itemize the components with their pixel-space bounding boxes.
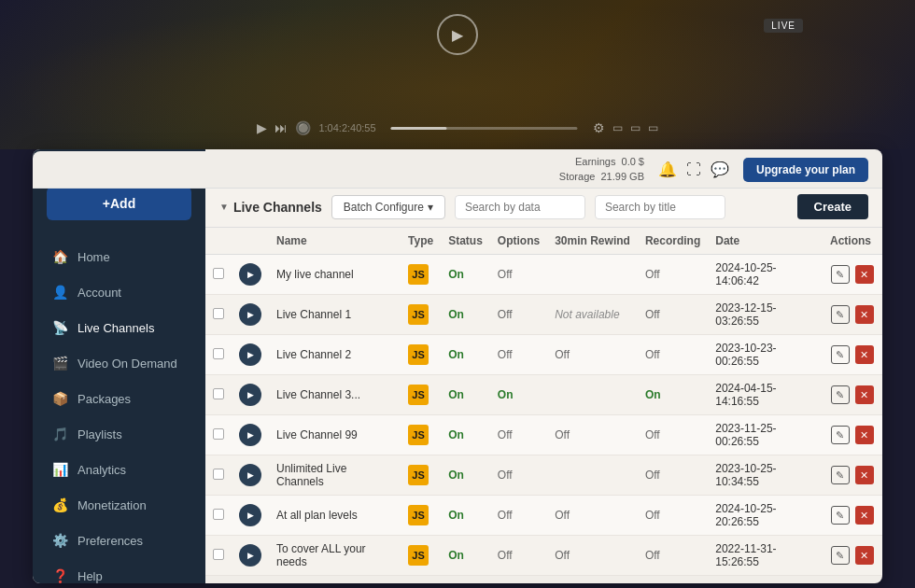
cell-actions: ✎ ✕ — [823, 415, 882, 455]
cell-date: 2024-10-25-20:26:55 — [708, 496, 823, 536]
play-channel-button[interactable]: ▶ — [239, 384, 261, 406]
edit-button[interactable]: ✎ — [830, 385, 851, 405]
cell-date: 2024-04-15-14:16:55 — [708, 375, 823, 415]
cell-rewind: Not available — [547, 295, 638, 335]
cell-checkbox[interactable] — [205, 335, 232, 375]
edit-button[interactable]: ✎ — [830, 505, 851, 525]
cell-checkbox[interactable] — [205, 496, 232, 536]
cell-type: JS — [401, 375, 441, 415]
edit-button[interactable]: ✎ — [830, 465, 851, 485]
fullscreen-icon[interactable]: ⛶ — [686, 161, 701, 178]
delete-button[interactable]: ✕ — [854, 344, 875, 365]
cell-checkbox[interactable] — [205, 415, 232, 455]
cell-type: JS — [401, 496, 441, 536]
col-options: Options — [490, 228, 547, 255]
cell-recording: Off — [638, 295, 708, 335]
sidebar-item-account[interactable]: 👤 Account — [33, 274, 205, 310]
add-button[interactable]: +Add — [47, 187, 191, 220]
cell-rewind — [547, 375, 638, 415]
col-status: Status — [441, 228, 490, 255]
cell-play[interactable]: ▶ — [232, 335, 269, 375]
play-channel-button[interactable]: ▶ — [239, 263, 261, 286]
sidebar-label-live-channels: Live Channels — [77, 321, 154, 335]
search-by-data-input[interactable] — [455, 195, 585, 219]
sidebar-item-playlists[interactable]: 🎵 Playlists — [33, 416, 205, 452]
sidebar-item-monetization[interactable]: 💰 Monetization — [33, 487, 205, 523]
search-by-title-input[interactable] — [595, 195, 725, 219]
cell-checkbox[interactable] — [205, 255, 232, 295]
delete-button[interactable]: ✕ — [854, 304, 875, 325]
dropdown-arrow-icon: ▾ — [428, 201, 433, 214]
sidebar-item-preferences[interactable]: ⚙️ Preferences — [33, 523, 205, 558]
play-channel-button[interactable]: ▶ — [239, 504, 261, 526]
batch-configure-button[interactable]: Batch Configure ▾ — [331, 195, 445, 219]
cell-actions: ✎ ✕ — [823, 335, 882, 375]
cell-recording: Off — [638, 536, 708, 576]
edit-icon: ✎ — [831, 305, 850, 324]
table-row: ▶ Live Channel 3... JS On On On 2024-04-… — [205, 375, 882, 415]
delete-button[interactable]: ✕ — [854, 385, 875, 405]
edit-button[interactable]: ✎ — [830, 344, 851, 365]
edit-button[interactable]: ✎ — [830, 264, 851, 285]
js-type-icon: JS — [408, 304, 429, 325]
home-icon: 🏠 — [51, 248, 68, 265]
cell-checkbox[interactable] — [205, 295, 232, 335]
sidebar-item-live-channels[interactable]: 📡 Live Channels — [33, 310, 205, 345]
cell-play[interactable]: ▶ — [232, 255, 269, 295]
chevron-down-icon: ▼ — [219, 202, 229, 212]
col-recording: Recording — [638, 228, 708, 255]
vod-icon: 🎬 — [51, 355, 68, 371]
sidebar-item-packages[interactable]: 📦 Packages — [33, 381, 205, 416]
edit-button[interactable]: ✎ — [830, 425, 851, 445]
cell-status: On — [441, 455, 490, 496]
cell-play[interactable]: ▶ — [232, 295, 269, 335]
help-icon: ❓ — [51, 567, 68, 583]
play-channel-button[interactable]: ▶ — [239, 424, 261, 446]
delete-button[interactable]: ✕ — [854, 505, 875, 525]
sidebar-item-vod[interactable]: 🎬 Video On Demand — [33, 345, 205, 381]
edit-icon: ✎ — [831, 546, 850, 565]
cell-play[interactable]: ▶ — [232, 415, 269, 455]
cell-actions: ✎ ✕ — [823, 496, 882, 536]
create-button[interactable]: Create — [797, 194, 868, 219]
js-type-icon: JS — [408, 505, 429, 525]
delete-icon: ✕ — [855, 265, 874, 284]
main-panel: +Add 🏠 Home 👤 Account 📡 Live Channels 🎬 … — [33, 149, 882, 583]
cell-options: Off — [490, 255, 547, 295]
cell-checkbox[interactable] — [205, 455, 232, 496]
cell-rewind: Off — [547, 415, 638, 455]
edit-icon: ✎ — [831, 385, 850, 404]
play-channel-button[interactable]: ▶ — [239, 464, 261, 486]
cell-play[interactable]: ▶ — [232, 496, 269, 536]
edit-button[interactable]: ✎ — [830, 304, 851, 325]
upgrade-button[interactable]: Upgrade your plan — [743, 158, 868, 182]
delete-button[interactable]: ✕ — [854, 465, 875, 485]
delete-button[interactable]: ✕ — [854, 545, 875, 566]
delete-button[interactable]: ✕ — [854, 425, 875, 445]
sidebar-item-help[interactable]: ❓ Help — [33, 558, 205, 583]
delete-button[interactable]: ✕ — [854, 264, 875, 285]
live-badge: LIVE — [764, 19, 803, 33]
edit-icon: ✎ — [831, 265, 850, 284]
col-rewind: 30min Rewind — [547, 228, 638, 255]
delete-icon: ✕ — [855, 345, 874, 364]
cell-recording: Off — [638, 455, 708, 496]
play-channel-button[interactable]: ▶ — [239, 303, 261, 326]
edit-icon: ✎ — [831, 426, 850, 444]
cell-play[interactable]: ▶ — [232, 455, 269, 496]
cell-status: On — [441, 255, 490, 295]
chat-icon[interactable]: 💬 — [711, 161, 729, 178]
cell-checkbox[interactable] — [205, 375, 232, 415]
play-channel-button[interactable]: ▶ — [239, 544, 261, 567]
sidebar-item-analytics[interactable]: 📊 Analytics — [33, 452, 205, 487]
play-channel-button[interactable]: ▶ — [239, 343, 261, 366]
cell-play[interactable]: ▶ — [232, 375, 269, 415]
bell-icon[interactable]: 🔔 — [658, 161, 677, 178]
edit-button[interactable]: ✎ — [830, 545, 851, 566]
edit-icon: ✎ — [831, 466, 850, 484]
js-type-icon: JS — [408, 545, 429, 566]
col-type: Type — [401, 228, 441, 255]
sidebar-item-home[interactable]: 🏠 Home — [33, 239, 205, 274]
cell-play[interactable]: ▶ — [232, 536, 269, 576]
cell-checkbox[interactable] — [205, 536, 232, 576]
